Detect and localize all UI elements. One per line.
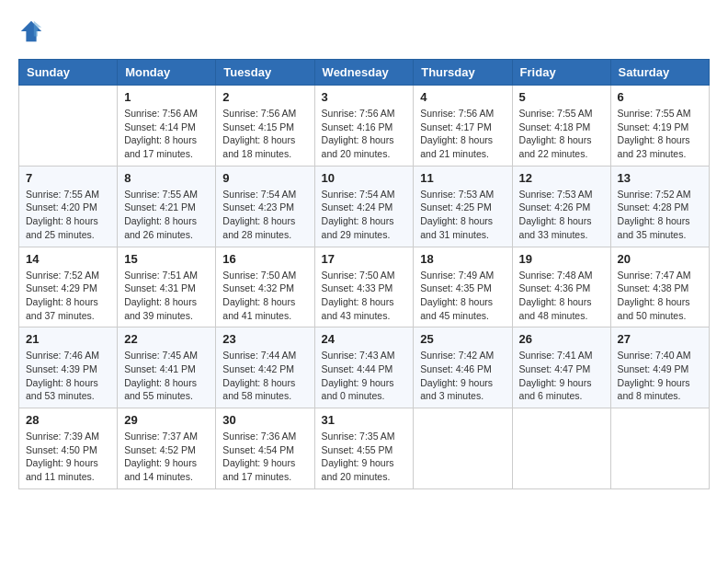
day-number: 16: [222, 252, 307, 266]
day-number: 23: [222, 332, 307, 346]
weekday-header-monday: Monday: [118, 60, 216, 86]
day-info: Sunrise: 7:52 AMSunset: 4:28 PMDaylight:…: [618, 188, 702, 242]
day-info: Sunrise: 7:55 AMSunset: 4:21 PMDaylight:…: [124, 188, 209, 242]
calendar-cell: 9Sunrise: 7:54 AMSunset: 4:23 PMDaylight…: [216, 166, 314, 247]
day-number: 28: [26, 413, 110, 427]
day-info: Sunrise: 7:54 AMSunset: 4:23 PMDaylight:…: [222, 188, 307, 242]
day-number: 25: [420, 332, 505, 346]
calendar-cell: 13Sunrise: 7:52 AMSunset: 4:28 PMDayligh…: [610, 166, 709, 247]
day-info: Sunrise: 7:46 AMSunset: 4:39 PMDaylight:…: [26, 349, 110, 403]
weekday-header-thursday: Thursday: [414, 60, 512, 86]
svg-marker-1: [34, 21, 41, 37]
calendar-cell: 26Sunrise: 7:41 AMSunset: 4:47 PMDayligh…: [512, 327, 610, 408]
day-info: Sunrise: 7:53 AMSunset: 4:26 PMDaylight:…: [519, 188, 604, 242]
day-number: 8: [124, 171, 209, 185]
calendar-cell: 14Sunrise: 7:52 AMSunset: 4:29 PMDayligh…: [19, 247, 118, 327]
calendar-cell: 1Sunrise: 7:56 AMSunset: 4:14 PMDaylight…: [118, 86, 216, 167]
day-info: Sunrise: 7:42 AMSunset: 4:46 PMDaylight:…: [420, 349, 505, 403]
day-number: 7: [26, 171, 110, 185]
logo: [18, 18, 48, 44]
day-info: Sunrise: 7:56 AMSunset: 4:16 PMDaylight:…: [322, 107, 407, 161]
calendar-cell: 7Sunrise: 7:55 AMSunset: 4:20 PMDaylight…: [19, 166, 118, 247]
day-number: 14: [26, 252, 110, 266]
logo-icon: [18, 18, 44, 44]
calendar-cell: 4Sunrise: 7:56 AMSunset: 4:17 PMDaylight…: [414, 86, 512, 167]
svg-marker-0: [21, 21, 41, 41]
day-number: 22: [124, 332, 209, 346]
page-header: [18, 18, 710, 44]
weekday-header-wednesday: Wednesday: [314, 60, 414, 86]
calendar-week-row: 28Sunrise: 7:39 AMSunset: 4:50 PMDayligh…: [19, 408, 710, 489]
day-info: Sunrise: 7:48 AMSunset: 4:36 PMDaylight:…: [519, 269, 604, 323]
day-info: Sunrise: 7:55 AMSunset: 4:20 PMDaylight:…: [26, 188, 110, 242]
day-info: Sunrise: 7:50 AMSunset: 4:32 PMDaylight:…: [222, 269, 307, 323]
day-number: 27: [618, 332, 702, 346]
day-info: Sunrise: 7:50 AMSunset: 4:33 PMDaylight:…: [322, 269, 407, 323]
day-number: 21: [26, 332, 110, 346]
day-number: 15: [124, 252, 209, 266]
day-number: 9: [222, 171, 307, 185]
day-info: Sunrise: 7:43 AMSunset: 4:44 PMDaylight:…: [322, 349, 407, 403]
day-info: Sunrise: 7:55 AMSunset: 4:18 PMDaylight:…: [519, 107, 604, 161]
day-number: 1: [124, 90, 209, 104]
calendar-cell: 23Sunrise: 7:44 AMSunset: 4:42 PMDayligh…: [216, 327, 314, 408]
calendar-header-row: SundayMondayTuesdayWednesdayThursdayFrid…: [19, 60, 710, 86]
calendar-cell: [610, 408, 709, 489]
day-info: Sunrise: 7:49 AMSunset: 4:35 PMDaylight:…: [420, 269, 505, 323]
day-info: Sunrise: 7:35 AMSunset: 4:55 PMDaylight:…: [322, 430, 407, 484]
day-number: 2: [222, 90, 307, 104]
day-info: Sunrise: 7:47 AMSunset: 4:38 PMDaylight:…: [618, 269, 702, 323]
day-info: Sunrise: 7:56 AMSunset: 4:15 PMDaylight:…: [222, 107, 307, 161]
day-number: 13: [618, 171, 702, 185]
weekday-header-saturday: Saturday: [610, 60, 709, 86]
day-number: 19: [519, 252, 604, 266]
calendar-cell: 20Sunrise: 7:47 AMSunset: 4:38 PMDayligh…: [610, 247, 709, 327]
day-number: 20: [618, 252, 702, 266]
calendar-cell: 31Sunrise: 7:35 AMSunset: 4:55 PMDayligh…: [314, 408, 414, 489]
day-number: 31: [322, 413, 407, 427]
calendar-cell: 18Sunrise: 7:49 AMSunset: 4:35 PMDayligh…: [414, 247, 512, 327]
day-number: 5: [519, 90, 604, 104]
calendar-cell: 15Sunrise: 7:51 AMSunset: 4:31 PMDayligh…: [118, 247, 216, 327]
calendar-cell: 25Sunrise: 7:42 AMSunset: 4:46 PMDayligh…: [414, 327, 512, 408]
day-info: Sunrise: 7:44 AMSunset: 4:42 PMDaylight:…: [222, 349, 307, 403]
calendar-week-row: 21Sunrise: 7:46 AMSunset: 4:39 PMDayligh…: [19, 327, 710, 408]
calendar-cell: [414, 408, 512, 489]
calendar-cell: 29Sunrise: 7:37 AMSunset: 4:52 PMDayligh…: [118, 408, 216, 489]
calendar-cell: 22Sunrise: 7:45 AMSunset: 4:41 PMDayligh…: [118, 327, 216, 408]
calendar-cell: 8Sunrise: 7:55 AMSunset: 4:21 PMDaylight…: [118, 166, 216, 247]
calendar-cell: 21Sunrise: 7:46 AMSunset: 4:39 PMDayligh…: [19, 327, 118, 408]
calendar-week-row: 7Sunrise: 7:55 AMSunset: 4:20 PMDaylight…: [19, 166, 710, 247]
day-number: 29: [124, 413, 209, 427]
day-number: 4: [420, 90, 505, 104]
day-number: 17: [322, 252, 407, 266]
calendar-cell: 28Sunrise: 7:39 AMSunset: 4:50 PMDayligh…: [19, 408, 118, 489]
day-info: Sunrise: 7:40 AMSunset: 4:49 PMDaylight:…: [618, 349, 702, 403]
weekday-header-tuesday: Tuesday: [216, 60, 314, 86]
weekday-header-sunday: Sunday: [19, 60, 118, 86]
calendar-cell: 27Sunrise: 7:40 AMSunset: 4:49 PMDayligh…: [610, 327, 709, 408]
day-info: Sunrise: 7:55 AMSunset: 4:19 PMDaylight:…: [618, 107, 702, 161]
day-number: 30: [222, 413, 307, 427]
day-number: 6: [618, 90, 702, 104]
day-info: Sunrise: 7:45 AMSunset: 4:41 PMDaylight:…: [124, 349, 209, 403]
calendar-cell: 30Sunrise: 7:36 AMSunset: 4:54 PMDayligh…: [216, 408, 314, 489]
day-info: Sunrise: 7:52 AMSunset: 4:29 PMDaylight:…: [26, 269, 110, 323]
calendar-cell: [19, 86, 118, 167]
day-info: Sunrise: 7:41 AMSunset: 4:47 PMDaylight:…: [519, 349, 604, 403]
calendar-cell: 12Sunrise: 7:53 AMSunset: 4:26 PMDayligh…: [512, 166, 610, 247]
calendar-cell: 6Sunrise: 7:55 AMSunset: 4:19 PMDaylight…: [610, 86, 709, 167]
day-info: Sunrise: 7:51 AMSunset: 4:31 PMDaylight:…: [124, 269, 209, 323]
calendar-cell: 5Sunrise: 7:55 AMSunset: 4:18 PMDaylight…: [512, 86, 610, 167]
calendar-cell: [512, 408, 610, 489]
day-number: 10: [322, 171, 407, 185]
calendar-cell: 24Sunrise: 7:43 AMSunset: 4:44 PMDayligh…: [314, 327, 414, 408]
calendar-cell: 3Sunrise: 7:56 AMSunset: 4:16 PMDaylight…: [314, 86, 414, 167]
calendar-cell: 17Sunrise: 7:50 AMSunset: 4:33 PMDayligh…: [314, 247, 414, 327]
day-number: 3: [322, 90, 407, 104]
day-info: Sunrise: 7:39 AMSunset: 4:50 PMDaylight:…: [26, 430, 110, 484]
day-info: Sunrise: 7:53 AMSunset: 4:25 PMDaylight:…: [420, 188, 505, 242]
calendar-cell: 16Sunrise: 7:50 AMSunset: 4:32 PMDayligh…: [216, 247, 314, 327]
calendar-cell: 19Sunrise: 7:48 AMSunset: 4:36 PMDayligh…: [512, 247, 610, 327]
calendar-cell: 11Sunrise: 7:53 AMSunset: 4:25 PMDayligh…: [414, 166, 512, 247]
